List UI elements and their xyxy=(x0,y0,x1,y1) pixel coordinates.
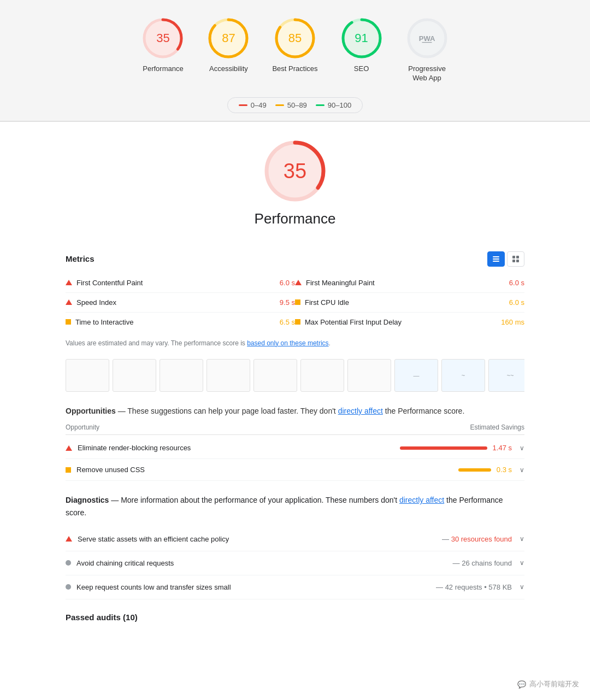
diagnostics-section: Diagnostics — More information about the… xyxy=(66,494,524,599)
big-score-circle: 35 xyxy=(262,138,328,204)
big-score-title: Performance xyxy=(255,210,336,227)
metrics-right-col: First Meaningful Paint 6.0 s First CPU I… xyxy=(295,273,524,332)
score-pwa[interactable]: PWA — ProgressiveWeb App xyxy=(405,16,449,83)
opportunities-header: Opportunities — These suggestions can he… xyxy=(66,405,524,417)
filmstrip-frame-9: ~ xyxy=(441,359,485,392)
opp-bar-area-render-blocking: 1.47 s ∨ xyxy=(400,444,524,452)
score-circle-performance: 35 xyxy=(141,16,185,60)
metric-name-fmp: First Meaningful Paint xyxy=(306,279,505,287)
passed-section: Passed audits (10) xyxy=(66,613,524,622)
legend-row: 0–49 50–89 90–100 xyxy=(0,92,590,121)
metric-icon-tti xyxy=(66,319,71,325)
opp-name-render-blocking: Eliminate render-blocking resources xyxy=(78,444,394,452)
opp-savings-unused-css: 0.3 s xyxy=(497,466,512,474)
big-score-section: 35 Performance xyxy=(66,138,524,238)
score-label-pwa: ProgressiveWeb App xyxy=(408,64,446,83)
main-content: 35 Performance Metrics xyxy=(33,122,557,651)
metric-row-fci: First CPU Idle 6.0 s xyxy=(295,293,524,313)
diag-row-requests[interactable]: Keep request counts low and transfer siz… xyxy=(66,575,524,599)
legend-label-orange: 50–89 xyxy=(287,101,307,109)
opp-col-opportunity: Opportunity xyxy=(66,423,99,431)
score-performance[interactable]: 35 Performance xyxy=(141,16,185,74)
chevron-chain: ∨ xyxy=(520,559,524,567)
score-best-practices[interactable]: 85 Best Practices xyxy=(272,16,317,74)
metrics-left-col: First Contentful Paint 6.0 s Speed Index… xyxy=(66,273,295,332)
score-circle-best-practices: 85 xyxy=(273,16,317,60)
chevron-render-blocking: ∨ xyxy=(520,444,524,452)
scores-row: 35 Performance 87 Accessibility xyxy=(0,5,590,92)
metric-name-fcp: First Contentful Paint xyxy=(76,279,275,287)
diag-row-cache[interactable]: Serve static assets with an efficient ca… xyxy=(66,527,524,551)
score-label-accessibility: Accessibility xyxy=(209,64,248,74)
chevron-cache: ∨ xyxy=(520,535,524,543)
metrics-title: Metrics xyxy=(66,254,95,263)
view-toggle[interactable] xyxy=(487,251,524,267)
svg-point-3 xyxy=(210,20,247,57)
metric-name-fci: First CPU Idle xyxy=(305,298,505,307)
pwa-dash: — xyxy=(422,36,432,48)
passed-title: Passed audits (10) xyxy=(66,613,138,622)
opp-savings-render-blocking: 1.47 s xyxy=(493,444,512,452)
svg-rect-15 xyxy=(512,256,515,258)
opportunities-section: Opportunities — These suggestions can he… xyxy=(66,405,524,481)
filmstrip-frame-10: ~~ xyxy=(488,359,524,392)
metrics-section: Metrics xyxy=(66,251,524,348)
metric-name-si: Speed Index xyxy=(76,298,275,307)
opportunities-desc: — These suggestions can help your page l… xyxy=(118,407,338,415)
opp-bar-unused-css xyxy=(458,468,491,472)
metric-value-fmp: 6.0 s xyxy=(509,279,524,287)
legend-label-red: 0–49 xyxy=(251,101,267,109)
opp-row-render-blocking[interactable]: Eliminate render-blocking resources 1.47… xyxy=(66,437,524,459)
filmstrip-frame-1 xyxy=(66,359,109,392)
svg-rect-12 xyxy=(493,256,499,257)
diag-highlight-cache: 30 resources found xyxy=(451,535,512,543)
metric-value-fcp: 6.0 s xyxy=(280,279,295,287)
diag-row-chain[interactable]: Avoid chaining critical requests — 26 ch… xyxy=(66,551,524,575)
chevron-requests: ∨ xyxy=(520,583,524,591)
metrics-note-link[interactable]: based only on these metrics xyxy=(247,339,328,347)
metric-row-si: Speed Index 9.5 s xyxy=(66,293,295,313)
opp-col-savings: Estimated Savings xyxy=(470,423,524,431)
opp-row-unused-css[interactable]: Remove unused CSS 0.3 s ∨ xyxy=(66,459,524,481)
opportunities-title: Opportunities xyxy=(66,407,116,415)
metric-value-mpfid: 160 ms xyxy=(501,318,524,326)
metric-name-tti: Time to Interactive xyxy=(75,318,275,326)
score-seo[interactable]: 91 SEO xyxy=(340,16,384,74)
metrics-grid: First Contentful Paint 6.0 s Speed Index… xyxy=(66,273,524,332)
toggle-list-btn[interactable] xyxy=(487,251,505,267)
diagnostics-title: Diagnostics xyxy=(66,496,109,504)
metric-name-mpfid: Max Potential First Input Delay xyxy=(305,318,497,326)
svg-point-7 xyxy=(343,20,380,57)
opp-bar-area-unused-css: 0.3 s ∨ xyxy=(458,466,524,474)
legend-orange: 50–89 xyxy=(275,101,307,109)
opp-icon-unused-css xyxy=(66,467,71,473)
opportunities-desc-end: the Performance score. xyxy=(385,407,465,415)
filmstrip: — ~ ~~ xyxy=(66,359,524,392)
score-circle-seo: 91 xyxy=(340,16,384,60)
svg-rect-17 xyxy=(512,260,515,262)
legend-dash-green xyxy=(316,104,324,106)
filmstrip-frame-8: — xyxy=(394,359,438,392)
filmstrip-frame-5 xyxy=(253,359,297,392)
opp-icon-render-blocking xyxy=(66,445,72,451)
opportunities-link[interactable]: directly affect xyxy=(338,407,383,415)
diagnostics-link[interactable]: directly affect xyxy=(399,496,444,504)
toggle-grid-btn[interactable] xyxy=(507,251,524,267)
diag-detail-cache: — 30 resources found xyxy=(442,535,512,543)
diag-name-cache: Serve static assets with an efficient ca… xyxy=(78,535,436,543)
score-circle-pwa: PWA — xyxy=(405,16,449,60)
metric-value-si: 9.5 s xyxy=(280,298,295,307)
diag-name-requests: Keep request counts low and transfer siz… xyxy=(76,583,430,591)
svg-rect-16 xyxy=(516,256,519,258)
score-accessibility[interactable]: 87 Accessibility xyxy=(206,16,250,74)
diag-icon-requests xyxy=(66,584,71,590)
diag-detail-requests: — 42 requests • 578 KB xyxy=(436,583,512,591)
diagnostics-header: Diagnostics — More information about the… xyxy=(66,494,524,519)
opp-table-header: Opportunity Estimated Savings xyxy=(66,420,524,435)
diag-detail-chain: — 26 chains found xyxy=(453,559,512,567)
svg-rect-13 xyxy=(493,258,499,260)
svg-rect-14 xyxy=(493,261,499,262)
score-label-performance: Performance xyxy=(143,64,183,74)
opp-bar-render-blocking xyxy=(400,446,487,450)
metric-value-fci: 6.0 s xyxy=(509,298,524,307)
